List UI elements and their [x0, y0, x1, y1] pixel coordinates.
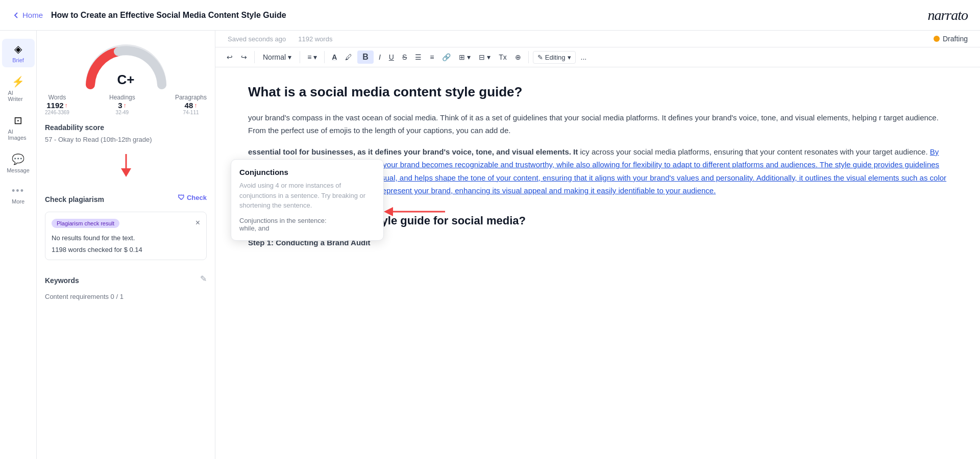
- score-section: C+ Words 1192 ↑ 2246-3369 Headings 3 ↑: [45, 39, 207, 115]
- bold-button[interactable]: B: [357, 50, 374, 64]
- page-title: How to Create an Effective Social Media …: [51, 11, 286, 20]
- editor-topbar: Saved seconds ago 1192 words Drafting: [215, 31, 980, 47]
- italic-button[interactable]: I: [376, 51, 384, 63]
- plagiarism-words-checked: 1198 words checked for $ 0.14: [52, 246, 200, 253]
- toolbar: ↩ ↪ Normal ▾ ≡ ▾ A 🖊 B I U S ☰ ≡ 🔗 ⊞ ▾ ⊟…: [215, 47, 980, 67]
- drafting-label: Drafting: [943, 35, 968, 43]
- left-panel: C+ Words 1192 ↑ 2246-3369 Headings 3 ↑: [37, 31, 215, 459]
- strikethrough-button[interactable]: S: [399, 51, 410, 63]
- keywords-section: Keywords ✎: [45, 268, 207, 289]
- stat-paragraphs: Paragraphs 48 ↑ 74-111: [175, 94, 207, 115]
- sidebar-item-brief-label: Brief: [12, 57, 24, 63]
- ai-images-icon: ⊡: [14, 114, 22, 126]
- style-chevron-icon: ▾: [288, 53, 291, 61]
- toolbar-sep-4: [528, 51, 529, 63]
- plagiarism-no-results: No results found for the text.: [52, 234, 200, 242]
- tooltip-description: Avoid using 4 or more instances of conju…: [239, 181, 375, 211]
- font-color-button[interactable]: A: [329, 51, 340, 63]
- image-button[interactable]: ⊞ ▾: [456, 51, 474, 63]
- score-value: C+: [117, 72, 135, 88]
- sidebar-item-ai-writer-label: AI Writer: [8, 90, 29, 102]
- drafting-badge: Drafting: [934, 35, 968, 43]
- table-button[interactable]: ⊟ ▾: [476, 51, 494, 63]
- plagiarism-section: Check plagiarism 🛡 Check: [45, 187, 207, 208]
- editing-chevron-icon: ▾: [568, 54, 571, 61]
- text-style-dropdown[interactable]: Normal ▾: [259, 51, 296, 63]
- tooltip-footer-label: Conjunctions in the sentence:: [239, 217, 327, 224]
- sidebar-item-brief[interactable]: ◈ Brief: [2, 39, 35, 67]
- stat-headings-label: Headings: [109, 94, 135, 101]
- editing-dropdown[interactable]: ✎ Editing ▾: [533, 51, 576, 64]
- readability-title: Readability score: [45, 123, 207, 132]
- special-chars-button[interactable]: ⊕: [512, 51, 524, 63]
- sidebar-item-ai-writer[interactable]: ⚡ AI Writer: [2, 71, 35, 106]
- svg-marker-3: [384, 207, 393, 216]
- more-icon: •••: [12, 186, 24, 196]
- sidebar-item-more-label: More: [12, 198, 24, 205]
- topbar: Home How to Create an Effective Social M…: [0, 0, 980, 31]
- toolbar-sep-2: [300, 51, 300, 63]
- saved-text: Saved seconds ago: [228, 35, 286, 43]
- message-icon: 💬: [12, 153, 24, 165]
- content-area: Saved seconds ago 1192 words Drafting ↩ …: [215, 31, 980, 459]
- keywords-title: Keywords: [45, 276, 79, 285]
- undo-button[interactable]: ↩: [224, 51, 236, 63]
- toolbar-sep-3: [324, 51, 325, 63]
- keyword-item: Content requirements 0 / 1: [45, 293, 207, 300]
- close-plagiarism-button[interactable]: ×: [195, 218, 200, 227]
- words-arrow: ↑: [65, 102, 68, 109]
- plagiarism-badge: Plagiarism check result: [52, 219, 119, 228]
- sidebar-item-message[interactable]: 💬 Message: [2, 149, 35, 177]
- icon-sidebar: ◈ Brief ⚡ AI Writer ⊡ AI Images 💬 Messag…: [0, 31, 37, 459]
- sidebar-item-ai-images-label: AI Images: [8, 129, 29, 141]
- sidebar-item-more[interactable]: ••• More: [2, 182, 35, 209]
- redo-button[interactable]: ↪: [238, 51, 250, 63]
- words-text: 1192 words: [298, 35, 332, 43]
- narrato-logo: narrato: [927, 7, 968, 23]
- back-home-label: Home: [22, 11, 43, 19]
- tooltip-title: Conjunctions: [239, 168, 375, 176]
- alignment-button[interactable]: ≡ ▾: [304, 51, 320, 63]
- format-clear-button[interactable]: Tx: [496, 51, 510, 63]
- plagiarism-title: Check plagiarism: [45, 195, 104, 203]
- editor-content[interactable]: What is a social media content style gui…: [215, 67, 980, 459]
- check-plagiarism-button[interactable]: 🛡 Check: [178, 193, 207, 201]
- tooltip-popup: Conjunctions Avoid using 4 or more insta…: [231, 159, 384, 241]
- ai-writer-icon: ⚡: [12, 75, 24, 88]
- more-options-button[interactable]: ...: [578, 51, 590, 63]
- stat-words-value: 1192 ↑: [46, 101, 67, 110]
- stats-row: Words 1192 ↑ 2246-3369 Headings 3 ↑ 32-4…: [45, 94, 207, 115]
- red-arrow: [384, 204, 445, 221]
- highlight-button[interactable]: 🖊: [342, 51, 355, 63]
- keywords-edit-icon[interactable]: ✎: [200, 274, 207, 284]
- para2-bold: essential tool for businesses, as it def…: [248, 147, 578, 156]
- plagiarism-result-box: Plagiarism check result × No results fou…: [45, 212, 207, 260]
- link-button[interactable]: 🔗: [439, 51, 454, 63]
- editor-para-1: your brand's compass in the vast ocean o…: [248, 111, 947, 137]
- svg-marker-1: [121, 168, 131, 177]
- bullet-list-button[interactable]: ☰: [412, 51, 425, 63]
- stat-headings-range: 32-49: [116, 110, 129, 115]
- editor-heading-1: What is a social media content style gui…: [248, 84, 947, 101]
- editing-label: Editing: [545, 54, 566, 61]
- stat-paragraphs-label: Paragraphs: [175, 94, 207, 101]
- numbered-list-button[interactable]: ≡: [427, 51, 437, 63]
- sidebar-item-ai-images[interactable]: ⊡ AI Images: [2, 110, 35, 145]
- back-home-button[interactable]: Home: [12, 11, 43, 19]
- readability-text: 57 - Okay to Read (10th-12th grade): [45, 136, 207, 143]
- stat-headings-value: 3 ↑: [118, 101, 126, 110]
- brief-icon: ◈: [14, 43, 22, 55]
- red-arrow-indicator: [45, 151, 207, 179]
- underline-button[interactable]: U: [386, 51, 397, 63]
- drafting-dot: [934, 36, 940, 42]
- stat-words-range: 2246-3369: [45, 110, 69, 115]
- stat-words-label: Words: [48, 94, 66, 101]
- stat-paragraphs-value: 48 ↑: [185, 101, 198, 110]
- sidebar-item-message-label: Message: [7, 167, 30, 173]
- stat-paragraphs-range: 74-111: [183, 110, 199, 115]
- normal-label: Normal: [263, 53, 286, 61]
- check-label: Check: [187, 194, 207, 201]
- tooltip-footer: Conjunctions in the sentence: while, and: [239, 217, 375, 232]
- tooltip-footer-values: while, and: [239, 224, 270, 232]
- edit-pencil-icon: ✎: [537, 54, 543, 61]
